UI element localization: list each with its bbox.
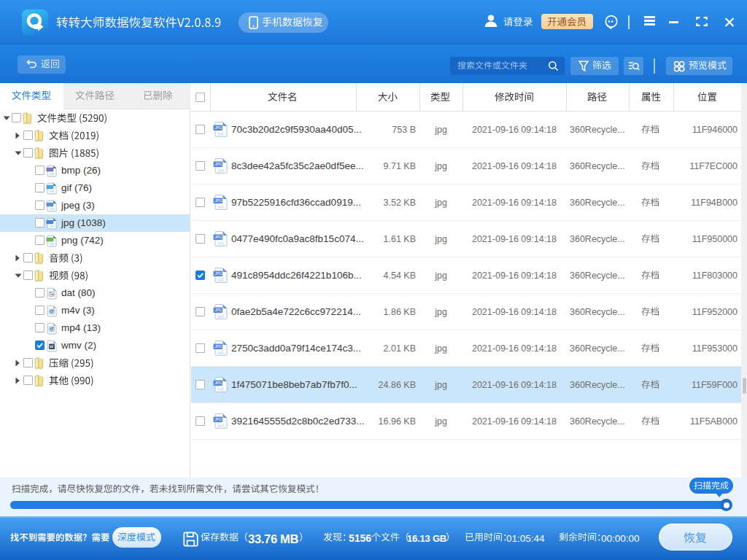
svg-text:.JPG: .JPG [214,417,222,421]
svg-text:.JPG: .JPG [214,271,222,276]
svg-text:.JPG: .JPG [214,308,222,312]
svg-text:.JPG: .JPG [214,162,222,166]
svg-text:.JPG: .JPG [214,198,222,203]
svg-text:.JPG: .JPG [214,125,222,130]
svg-text:.JPG: .JPG [214,381,222,385]
svg-text:.JPG: .JPG [214,235,222,239]
svg-text:.JPG: .JPG [214,344,222,349]
